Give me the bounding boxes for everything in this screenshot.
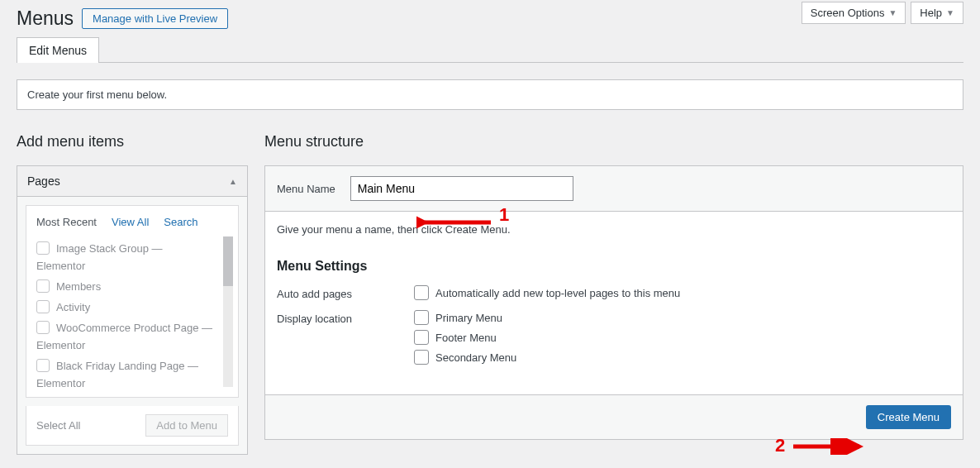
chevron-down-icon: ▼ (946, 8, 954, 17)
location-label: Footer Menu (435, 332, 497, 344)
checkbox[interactable] (36, 359, 50, 372)
screen-options-button[interactable]: Screen Options ▼ (802, 2, 906, 24)
pages-metabox-header[interactable]: Pages ▲ (17, 166, 247, 197)
location-checkbox-primary[interactable] (414, 310, 429, 325)
page-item-label: Elementor (36, 339, 85, 351)
chevron-down-icon: ▼ (888, 8, 897, 17)
page-item[interactable]: Activity (36, 295, 221, 316)
page-item[interactable]: WooCommerce Product Page — (36, 316, 221, 337)
live-preview-button[interactable]: Manage with Live Preview (82, 8, 228, 29)
auto-add-label: Auto add pages (277, 285, 414, 300)
page-item[interactable]: Black Friday Landing Page — (36, 354, 221, 375)
page-item-label: Elementor (36, 377, 85, 387)
page-item-label: WooCommerce Product Page — (56, 322, 212, 334)
auto-add-text: Automatically add new top-level pages to… (435, 287, 680, 299)
notice-message: Create your first menu below. (17, 79, 963, 110)
checkbox[interactable] (36, 300, 50, 313)
help-button[interactable]: Help ▼ (911, 2, 963, 24)
add-to-menu-button[interactable]: Add to Menu (145, 414, 228, 437)
screen-options-label: Screen Options (811, 7, 885, 19)
help-label: Help (920, 7, 942, 19)
create-menu-button[interactable]: Create Menu (866, 405, 951, 429)
add-menu-items-heading: Add menu items (17, 133, 248, 150)
page-item[interactable]: Image Stack Group — (36, 236, 221, 257)
page-item-label: Members (56, 280, 101, 293)
scrollbar-thumb[interactable] (223, 236, 233, 286)
display-location-label: Display location (277, 310, 414, 325)
page-item-label: Elementor (36, 260, 85, 272)
subtab-search[interactable]: Search (164, 216, 197, 228)
page-item-label: Black Friday Landing Page — (56, 360, 198, 372)
menu-structure-heading: Menu structure (264, 133, 963, 150)
menu-name-input[interactable] (350, 176, 573, 201)
location-label: Secondary Menu (435, 351, 516, 364)
page-item[interactable]: Members (36, 275, 221, 295)
checkbox[interactable] (36, 321, 50, 334)
page-item[interactable]: Elementor (36, 257, 221, 275)
checkbox[interactable] (36, 279, 50, 293)
location-checkbox-secondary[interactable] (414, 350, 429, 365)
checkbox[interactable] (36, 241, 50, 255)
chevron-up-icon: ▲ (229, 177, 237, 186)
page-title: Menus (17, 7, 74, 30)
select-all-link[interactable]: Select All (36, 419, 80, 432)
pages-metabox-title: Pages (27, 174, 60, 188)
scrollbar[interactable] (223, 236, 233, 387)
page-item[interactable]: Elementor (36, 375, 221, 387)
subtab-view-all[interactable]: View All (112, 216, 149, 228)
instruction-text: Give your menu a name, then click Create… (277, 223, 951, 236)
subtab-most-recent[interactable]: Most Recent (36, 216, 97, 228)
menu-settings-heading: Menu Settings (277, 259, 951, 274)
menu-name-label: Menu Name (277, 183, 335, 195)
page-item-label: Activity (56, 301, 90, 313)
page-item[interactable]: Elementor (36, 337, 221, 354)
location-checkbox-footer[interactable] (414, 330, 429, 345)
pages-metabox: Pages ▲ Most Recent View All Search Imag… (17, 165, 248, 455)
tab-edit-menus[interactable]: Edit Menus (17, 37, 99, 63)
page-item-label: Image Stack Group — (56, 242, 163, 255)
auto-add-checkbox[interactable] (414, 285, 429, 300)
location-label: Primary Menu (435, 312, 502, 324)
